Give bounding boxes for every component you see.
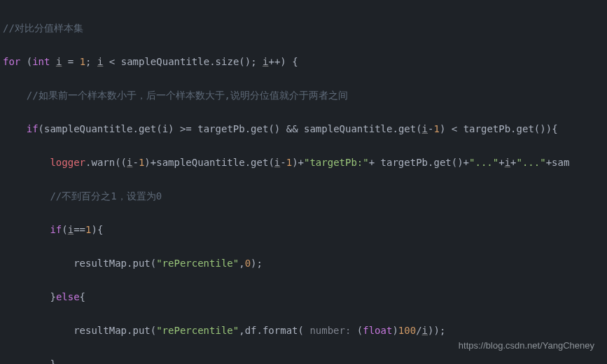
watermark: https://blog.csdn.net/YangCheney [459, 337, 594, 354]
code-line: }else{ [3, 288, 607, 305]
code-line: } [3, 356, 607, 364]
inlay-hint: number: [309, 325, 351, 336]
code-line: if(i==1){ [3, 221, 607, 238]
code-line: //不到百分之1，设置为0 [3, 188, 607, 204]
code-line: //如果前一个样本数小于，后一个样本数大于,说明分位值就介于两者之间 [3, 87, 607, 104]
code-line: resultMap.put("rePercentile",0); [3, 255, 607, 272]
code-line: logger.warn((i-1)+sampleQuantitle.get(i-… [3, 154, 607, 171]
code-line: for (int i = 1; i < sampleQuantitle.size… [3, 53, 607, 70]
code-editor[interactable]: //对比分值样本集 for (int i = 1; i < sampleQuan… [0, 0, 607, 364]
comment: //对比分值样本集 [3, 22, 83, 34]
code-line: resultMap.put("rePercentile",df.format( … [3, 322, 607, 339]
code-line: //对比分值样本集 [3, 20, 607, 36]
code-line: if(sampleQuantitle.get(i) >= targetPb.ge… [3, 120, 607, 137]
